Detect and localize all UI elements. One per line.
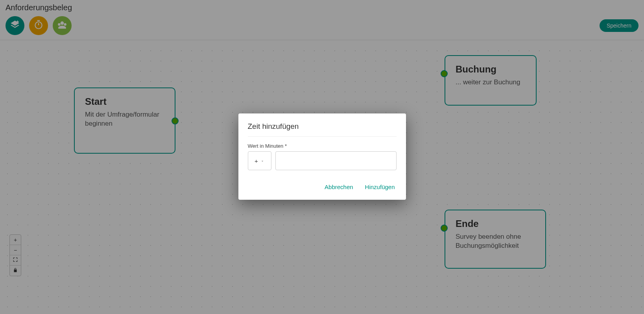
minutes-field-label: Wert in Minuten * [248,143,397,149]
modal-title: Zeit hinzufügen [248,122,397,137]
minutes-input[interactable] [275,151,397,170]
add-time-modal: Zeit hinzufügen Wert in Minuten * + Abbr… [238,113,406,200]
operator-value: + [255,158,258,164]
operator-select[interactable]: + [248,151,271,170]
cancel-button[interactable]: Abbrechen [323,181,355,193]
confirm-button[interactable]: Hinzufügen [364,181,397,193]
chevron-down-icon [260,158,264,164]
modal-overlay[interactable]: Zeit hinzufügen Wert in Minuten * + Abbr… [0,0,644,314]
